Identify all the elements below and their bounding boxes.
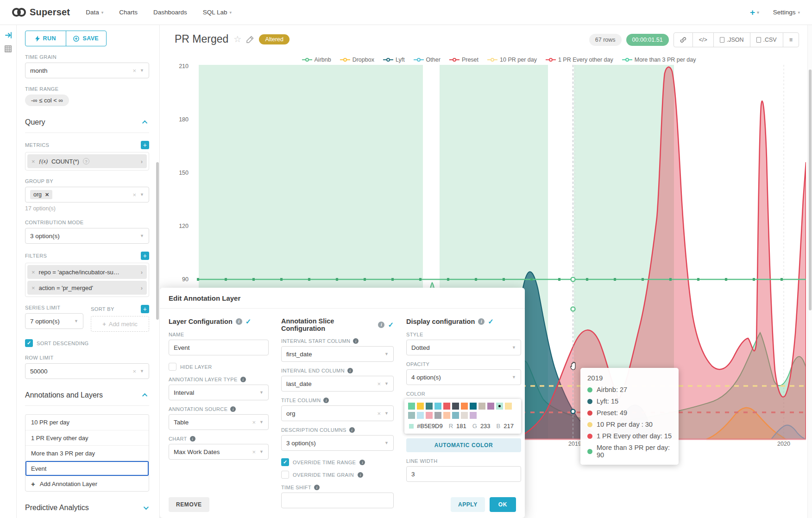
legend-item[interactable]: 10 PR per day xyxy=(487,57,537,63)
remove-button[interactable]: REMOVE xyxy=(169,497,209,512)
legend-item[interactable]: Preset xyxy=(449,57,478,63)
interval-end-select[interactable]: last_date ×▼ xyxy=(281,376,394,392)
info-icon[interactable]: i xyxy=(378,322,384,328)
remove-icon[interactable]: × xyxy=(31,284,35,291)
row-limit-select[interactable]: 50000 ×▼ xyxy=(25,363,149,379)
annotations-section-header[interactable]: Annotations and Layers xyxy=(25,391,149,406)
sort-descending-row[interactable]: ✓ SORT DESCENDING xyxy=(25,339,149,347)
info-icon[interactable]: i xyxy=(190,436,195,442)
sort-by-add-metric[interactable]: +Add metric xyxy=(91,316,149,332)
color-swatch-selected[interactable] xyxy=(496,403,503,410)
color-swatch[interactable] xyxy=(470,412,477,419)
annotation-layer-item[interactable]: More than 3 PR per day xyxy=(25,445,149,461)
color-swatch[interactable] xyxy=(505,403,512,410)
checkbox-unchecked-icon[interactable] xyxy=(169,363,176,371)
checkbox-checked-icon[interactable]: ✓ xyxy=(281,458,289,466)
time-range-pill[interactable]: -∞ ≤ col < ∞ xyxy=(25,95,69,106)
group-by-select[interactable]: org✕ ×▼ xyxy=(25,187,149,202)
remove-icon[interactable]: × xyxy=(31,269,35,276)
info-icon[interactable]: i xyxy=(347,368,353,373)
edit-pencil-icon[interactable] xyxy=(246,36,254,43)
info-icon[interactable]: i xyxy=(323,398,329,403)
color-swatch[interactable] xyxy=(408,412,415,419)
legend-item[interactable]: 1 PR Every other day xyxy=(546,57,613,63)
color-swatch[interactable] xyxy=(452,412,459,419)
nav-dashboards[interactable]: Dashboards xyxy=(153,9,187,16)
add-filter-button[interactable]: + xyxy=(141,252,149,260)
chevron-right-icon[interactable]: › xyxy=(141,269,143,276)
interval-start-select[interactable]: first_date ▼ xyxy=(281,346,394,362)
opacity-select[interactable]: 4 option(s) ▼ xyxy=(406,369,521,385)
hide-layer-row[interactable]: HIDE LAYER xyxy=(169,363,269,371)
predictive-section-header[interactable]: Predictive Analytics xyxy=(25,504,149,518)
annotation-layer-item[interactable]: 1 PR Every other day xyxy=(25,430,149,445)
override-time-range-row[interactable]: ✓ OVERRIDE TIME RANGE i xyxy=(281,458,394,466)
datasource-grid-icon[interactable] xyxy=(0,45,16,52)
color-swatch[interactable] xyxy=(417,412,424,419)
embed-code-button[interactable]: </> xyxy=(692,33,713,47)
clear-icon[interactable]: × xyxy=(132,368,136,374)
color-swatch[interactable] xyxy=(478,403,485,410)
info-icon[interactable]: i xyxy=(358,472,363,478)
chart-menu-button[interactable]: ≡ xyxy=(783,33,799,47)
description-columns-select[interactable]: 3 option(s) ▼ xyxy=(281,435,394,451)
style-select[interactable]: Dotted ▼ xyxy=(406,340,521,355)
name-input[interactable]: Event xyxy=(169,340,269,355)
altered-badge[interactable]: Altered xyxy=(259,34,290,44)
settings-menu[interactable]: Settings▾ xyxy=(773,9,800,16)
clear-icon[interactable]: × xyxy=(377,381,381,387)
new-menu-button[interactable]: +▾ xyxy=(750,7,759,18)
checkbox-checked-icon[interactable]: ✓ xyxy=(25,339,33,347)
automatic-color-button[interactable]: AUTOMATIC COLOR xyxy=(406,438,521,452)
info-icon[interactable]: i xyxy=(353,338,359,344)
color-swatch[interactable] xyxy=(461,403,468,410)
favorite-star-icon[interactable]: ☆ xyxy=(233,34,241,44)
remove-tag-icon[interactable]: ✕ xyxy=(45,192,49,198)
copy-link-button[interactable] xyxy=(674,33,692,47)
ok-button[interactable]: OK xyxy=(490,497,516,512)
checkbox-unchecked-icon[interactable] xyxy=(281,471,289,479)
superset-logo[interactable]: Superset xyxy=(12,7,70,18)
info-icon[interactable]: i xyxy=(359,460,365,465)
scrollbar-thumb[interactable] xyxy=(809,69,812,310)
color-swatch[interactable] xyxy=(426,412,433,419)
color-swatch[interactable] xyxy=(434,403,441,410)
info-icon[interactable]: i xyxy=(478,318,485,325)
info-icon[interactable]: i xyxy=(240,377,246,382)
color-swatch[interactable] xyxy=(461,412,468,419)
collapse-panel-icon[interactable] xyxy=(0,32,16,39)
color-swatch[interactable] xyxy=(443,403,450,410)
remove-icon[interactable]: × xyxy=(31,158,35,165)
save-button[interactable]: SAVE xyxy=(66,31,107,46)
clear-icon[interactable]: × xyxy=(132,68,136,74)
annotation-layer-item[interactable]: 10 PR per day xyxy=(25,415,149,430)
add-sort-metric-button[interactable]: + xyxy=(141,305,149,313)
line-width-input[interactable]: 3 xyxy=(406,466,521,482)
color-swatch[interactable] xyxy=(470,403,477,410)
clear-icon[interactable]: × xyxy=(377,411,381,417)
series-limit-select[interactable]: 7 option(s) ▼ xyxy=(25,313,83,329)
info-icon[interactable]: i xyxy=(236,318,242,325)
color-swatch[interactable] xyxy=(487,403,494,410)
export-json-button[interactable]: .JSON xyxy=(713,33,750,47)
chart-select[interactable]: Max Work Dates ×▼ xyxy=(169,444,269,460)
filter-pill[interactable]: × action = 'pr_merged' › xyxy=(27,281,147,295)
annotation-layer-item-selected[interactable]: Event xyxy=(25,461,149,476)
title-column-select[interactable]: org ×▼ xyxy=(281,405,394,421)
nav-sqllab[interactable]: SQL Lab▾ xyxy=(203,9,232,16)
color-swatch[interactable] xyxy=(417,403,424,410)
legend-item[interactable]: Dropbox xyxy=(340,57,374,63)
chevron-right-icon[interactable]: › xyxy=(141,284,143,291)
filter-pill[interactable]: × repo = 'apache/incubator-supers... › xyxy=(27,265,147,279)
clear-icon[interactable]: × xyxy=(132,192,136,198)
time-grain-select[interactable]: month ×▼ xyxy=(25,63,149,78)
clear-icon[interactable]: × xyxy=(252,449,256,455)
legend-item[interactable]: Airbnb xyxy=(302,57,331,63)
panel-scrollbar[interactable] xyxy=(156,162,159,320)
nav-data[interactable]: Data▾ xyxy=(86,9,103,16)
annotation-source-select[interactable]: Table ×▼ xyxy=(169,414,269,430)
clear-icon[interactable]: × xyxy=(252,419,256,425)
add-metric-button[interactable]: + xyxy=(141,141,149,149)
metric-pill[interactable]: × ƒ(x) COUNT(*) ? › xyxy=(27,154,147,168)
export-csv-button[interactable]: .CSV xyxy=(750,33,783,47)
